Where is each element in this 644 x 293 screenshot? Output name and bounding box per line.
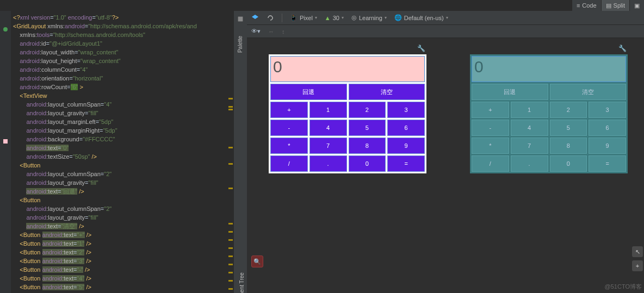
btn-clear[interactable]: 清空 — [349, 84, 425, 100]
cursor-icon: ↖ — [635, 248, 640, 255]
btn-plus[interactable]: + — [270, 102, 308, 118]
calc-display-bp[interactable]: 0 — [472, 56, 626, 82]
btn-9[interactable]: 9 — [387, 138, 425, 154]
design-surface: 📱Pixel▾ ▲30▾ ◎Learning▾ 🌐Default (en-us)… — [247, 11, 644, 293]
design-toolbar-2: 👁▾ ↔ ↕ — [247, 25, 644, 38]
find-button[interactable]: 🔍 — [251, 255, 263, 267]
btn-0-bp[interactable]: 0 — [550, 155, 587, 172]
cursor-button[interactable]: ↖ — [632, 246, 643, 257]
btn-2[interactable]: 2 — [349, 102, 386, 118]
globe-icon: 🌐 — [394, 14, 402, 21]
btn-6[interactable]: 6 — [387, 120, 425, 136]
arrows-icon: ↔ — [268, 28, 274, 35]
chevron-down-icon: ▾ — [342, 15, 344, 20]
gutter-bookmark-icon[interactable] — [3, 139, 8, 144]
rotate-icon — [267, 14, 274, 22]
eye-icon: 👁 — [251, 28, 257, 34]
theme-icon: ◎ — [351, 14, 357, 21]
api-label: 30 — [333, 15, 339, 21]
preview-blueprint[interactable]: 🔧 0 回退 清空 + 1 2 3 - 4 5 6 * — [470, 54, 628, 293]
calc-grid-bp: 回退 清空 + 1 2 3 - 4 5 6 * 7 8 9 / — [472, 84, 626, 172]
btn-3[interactable]: 3 — [387, 102, 425, 118]
btn-dot[interactable]: . — [309, 155, 347, 172]
tab-design[interactable]: ▣ — [630, 0, 644, 11]
design-canvas[interactable]: 🔍 🔧 0 回退 清空 + 1 2 3 - 4 5 — [247, 38, 644, 293]
watermark: @51CTO博客 — [605, 283, 642, 291]
component-tree-label: nent Tree — [239, 283, 245, 294]
updown-icon: ↕ — [282, 28, 285, 35]
btn-1[interactable]: 1 — [309, 102, 347, 118]
code-icon: ≡ — [577, 2, 580, 9]
btn-1-bp[interactable]: 1 — [511, 102, 548, 118]
design-toolbar: 📱Pixel▾ ▲30▾ ◎Learning▾ 🌐Default (en-us)… — [247, 11, 644, 25]
component-tree-strip[interactable]: nent Tree — [235, 286, 248, 292]
wrench-icon[interactable]: 🔧 — [618, 45, 627, 52]
btn-3-bp[interactable]: 3 — [589, 102, 626, 118]
search-icon: 🔍 — [253, 258, 261, 265]
btn-back-bp[interactable]: 回退 — [472, 84, 548, 100]
btn-8-bp[interactable]: 8 — [550, 138, 587, 154]
wrench-icon[interactable]: 🔧 — [417, 45, 425, 52]
layers-button[interactable] — [251, 14, 259, 22]
gutter-hint-icon[interactable] — [3, 27, 8, 32]
btn-2-bp[interactable]: 2 — [550, 102, 587, 118]
chevron-down-icon: ▾ — [385, 15, 387, 20]
device-label: Pixel — [300, 15, 313, 21]
palette-label: Palette — [238, 36, 244, 53]
tab-code[interactable]: ≡Code — [572, 0, 601, 11]
palette-icon — [237, 15, 244, 23]
split-icon: ▤ — [606, 2, 611, 9]
btn-0[interactable]: 0 — [349, 155, 386, 172]
btn-4[interactable]: 4 — [309, 120, 347, 136]
editor-gutter[interactable] — [0, 11, 11, 293]
android-icon: ▲ — [325, 15, 331, 21]
pan-button[interactable]: ↔ — [268, 28, 274, 35]
btn-5-bp[interactable]: 5 — [550, 120, 587, 136]
plus-icon: + — [636, 263, 639, 269]
resize-button[interactable]: ↕ — [282, 28, 285, 35]
zoom-in-button[interactable]: + — [632, 260, 643, 271]
locale-label: Default (en-us) — [404, 15, 444, 21]
preview-light[interactable]: 🔧 0 回退 清空 + 1 2 3 - 4 5 6 * — [269, 54, 426, 293]
tab-split[interactable]: ▤Split — [602, 0, 629, 11]
chevron-down-icon: ▾ — [446, 15, 448, 20]
orientation-button[interactable] — [267, 14, 274, 22]
btn-4-bp[interactable]: 4 — [511, 120, 548, 136]
btn-mul-bp[interactable]: * — [472, 138, 509, 154]
calc-grid: 回退 清空 + 1 2 3 - 4 5 6 * 7 8 9 / — [270, 84, 425, 172]
xml-editor[interactable]: <?xml version="1.0" encoding="utf-8"?> <… — [11, 11, 234, 293]
api-picker[interactable]: ▲30▾ — [325, 15, 344, 21]
btn-div[interactable]: / — [270, 155, 308, 172]
btn-minus-bp[interactable]: - — [472, 120, 509, 136]
btn-6-bp[interactable]: 6 — [589, 120, 626, 136]
locale-picker[interactable]: 🌐Default (en-us)▾ — [394, 14, 448, 21]
view-mode-tabs: ≡Code ▤Split ▣ — [572, 0, 644, 11]
btn-eq-bp[interactable]: = — [589, 155, 626, 172]
btn-div-bp[interactable]: / — [472, 155, 509, 172]
theme-picker[interactable]: ◎Learning▾ — [351, 14, 387, 21]
design-icon: ▣ — [634, 2, 640, 9]
eye-button[interactable]: 👁▾ — [251, 28, 261, 35]
zoom-controls: ↖ + — [632, 246, 643, 271]
btn-dot-bp[interactable]: . — [511, 155, 548, 172]
btn-clear-bp[interactable]: 清空 — [550, 84, 627, 100]
layers-icon — [251, 14, 259, 22]
btn-9-bp[interactable]: 9 — [589, 138, 626, 154]
svg-marker-1 — [252, 15, 258, 19]
theme-label: Learning — [359, 15, 382, 21]
main-split: <?xml version="1.0" encoding="utf-8"?> <… — [0, 11, 644, 293]
calc-display[interactable]: 0 — [270, 56, 425, 82]
device-picker[interactable]: 📱Pixel▾ — [290, 14, 317, 21]
btn-7-bp[interactable]: 7 — [511, 138, 548, 154]
phone-icon: 📱 — [290, 14, 298, 21]
btn-eq[interactable]: = — [387, 155, 425, 172]
btn-8[interactable]: 8 — [349, 138, 386, 154]
palette-tool-strip[interactable]: Palette — [234, 11, 247, 293]
btn-7[interactable]: 7 — [309, 138, 347, 154]
btn-mul[interactable]: * — [270, 138, 308, 154]
btn-minus[interactable]: - — [270, 120, 308, 136]
editor-overview-ruler[interactable] — [228, 22, 233, 293]
btn-5[interactable]: 5 — [349, 120, 386, 136]
btn-plus-bp[interactable]: + — [472, 102, 509, 118]
btn-back[interactable]: 回退 — [270, 84, 347, 100]
